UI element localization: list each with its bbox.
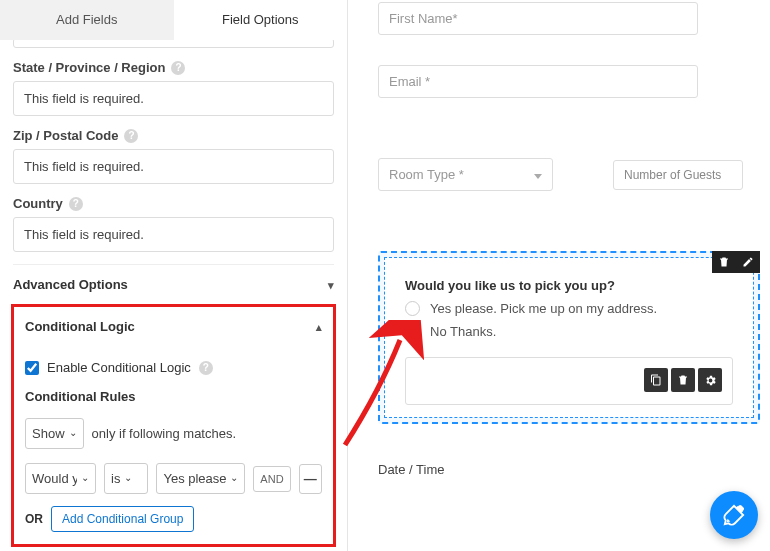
fab-button[interactable]: [710, 491, 758, 539]
chevron-down-icon: [81, 471, 89, 486]
selected-form-field[interactable]: Would you like us to pick you up? Yes pl…: [378, 251, 760, 424]
edit-icon[interactable]: [736, 251, 760, 273]
nested-field-placeholder[interactable]: [405, 357, 733, 405]
add-conditional-group-button[interactable]: Add Conditional Group: [51, 506, 194, 532]
enable-conditional-checkbox[interactable]: [25, 361, 39, 375]
conditional-logic-toggle[interactable]: Conditional Logic: [25, 307, 322, 346]
chevron-down-icon: [230, 471, 238, 486]
conditional-logic-label: Conditional Logic: [25, 319, 135, 334]
help-icon[interactable]: ?: [69, 197, 83, 211]
match-text: only if following matches.: [92, 426, 237, 441]
and-button[interactable]: AND: [253, 466, 290, 492]
number-of-guests-field[interactable]: Number of Guests: [613, 160, 743, 190]
radio-option-1[interactable]: [405, 301, 420, 316]
zip-input[interactable]: This field is required.: [13, 149, 334, 184]
tab-add-fields[interactable]: Add Fields: [0, 0, 174, 40]
chevron-down-icon: [124, 471, 132, 486]
email-field[interactable]: Email *: [378, 65, 698, 98]
enable-conditional-label: Enable Conditional Logic: [47, 360, 191, 375]
or-label: OR: [25, 512, 43, 526]
chevron-down-icon: [328, 277, 334, 292]
rule-value-select[interactable]: Yes please. Pic: [156, 463, 245, 494]
highlight-box: Conditional Logic Enable Conditional Log…: [11, 304, 336, 547]
action-select[interactable]: Show: [25, 418, 84, 449]
advanced-options-toggle[interactable]: Advanced Options: [13, 264, 334, 304]
rule-value-value: Yes please. Pic: [163, 471, 226, 486]
radio-label-1: Yes please. Pick me up on my address.: [430, 301, 657, 316]
copy-icon[interactable]: [644, 368, 668, 392]
rule-field-value: Would yo: [32, 471, 77, 486]
radio-option-2[interactable]: [405, 324, 420, 339]
rule-field-select[interactable]: Would yo: [25, 463, 96, 494]
radio-label-2: No Thanks.: [430, 324, 496, 339]
room-type-value: Room Type *: [389, 167, 464, 182]
chevron-up-icon: [316, 319, 322, 334]
action-select-value: Show: [32, 426, 65, 441]
gear-icon[interactable]: [698, 368, 722, 392]
tab-field-options[interactable]: Field Options: [174, 0, 348, 40]
state-input[interactable]: This field is required.: [13, 81, 334, 116]
state-label: State / Province / Region: [13, 60, 165, 75]
first-name-field[interactable]: First Name*: [378, 2, 698, 35]
remove-rule-button[interactable]: —: [299, 464, 322, 494]
rule-operator-select[interactable]: is: [104, 463, 148, 494]
conditional-rules-title: Conditional Rules: [25, 389, 322, 404]
chevron-down-icon: [69, 426, 77, 441]
room-type-select[interactable]: Room Type *: [378, 158, 553, 191]
zip-label: Zip / Postal Code: [13, 128, 118, 143]
rule-operator-value: is: [111, 471, 120, 486]
country-input[interactable]: This field is required.: [13, 217, 334, 252]
advanced-options-label: Advanced Options: [13, 277, 128, 292]
country-label: Country: [13, 196, 63, 211]
trash-icon[interactable]: [671, 368, 695, 392]
help-icon[interactable]: ?: [199, 361, 213, 375]
delete-icon[interactable]: [712, 251, 736, 273]
chevron-down-icon: [534, 167, 542, 182]
help-icon[interactable]: ?: [171, 61, 185, 75]
date-time-label: Date / Time: [378, 462, 760, 477]
help-icon[interactable]: ?: [124, 129, 138, 143]
question-label: Would you like us to pick you up?: [405, 278, 733, 293]
